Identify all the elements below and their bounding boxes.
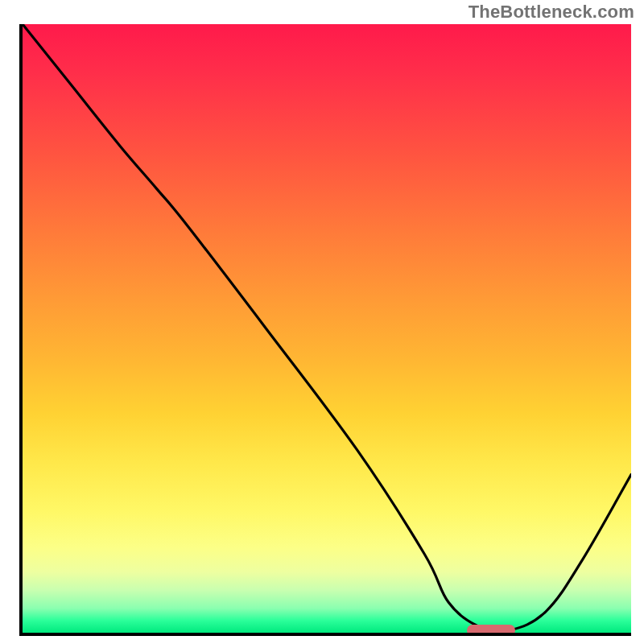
plot-area: [19, 24, 631, 636]
chart-stage: TheBottleneck.com: [0, 0, 644, 644]
curve-svg: [23, 24, 631, 633]
optimum-marker: [467, 625, 515, 636]
watermark-text: TheBottleneck.com: [469, 2, 634, 23]
bottleneck-curve-path: [23, 24, 631, 632]
